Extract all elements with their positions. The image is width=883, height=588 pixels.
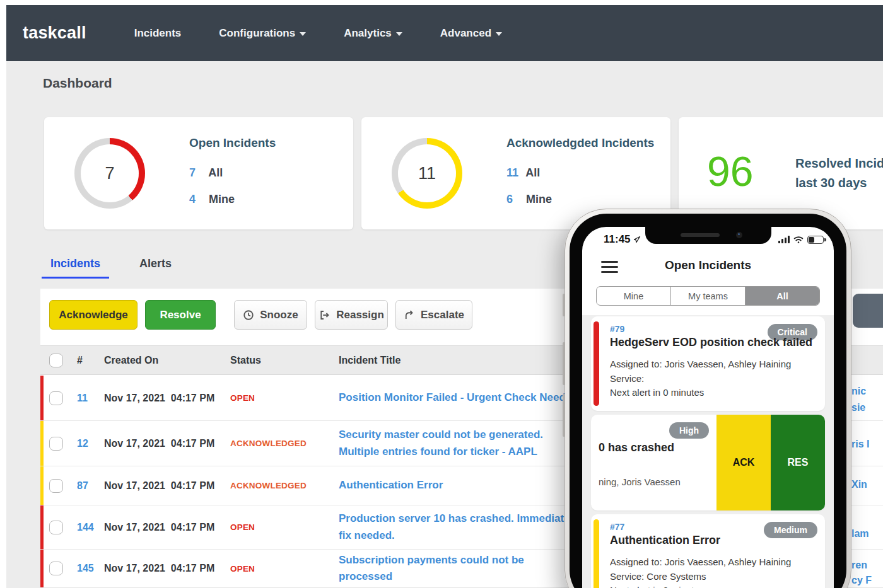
phone-app-header: Open Incidents [582, 258, 834, 277]
resolved-count: 96 [707, 147, 753, 195]
tab-alerts[interactable]: Alerts [131, 255, 180, 279]
column-header-incident-title[interactable]: Incident Title [339, 346, 401, 374]
acknowledge-swipe-button[interactable]: ACK [716, 415, 771, 510]
resolve-button[interactable]: Resolve [145, 300, 216, 330]
incident-title-link[interactable]: Authentication Error [339, 477, 443, 493]
assignee-link-fragment[interactable]: nic [851, 386, 866, 397]
phone-incident-list: Critical #79 HedgeServ EOD position chec… [582, 315, 834, 588]
status-badge: OPEN [230, 522, 255, 532]
phone-screen: 11:45 [582, 227, 834, 588]
page-title: Dashboard [43, 76, 112, 91]
wifi-icon [793, 235, 804, 244]
phone-incident-card[interactable]: Critical #79 HedgeServ EOD position chec… [591, 316, 825, 411]
snooze-button[interactable]: Snooze [234, 300, 307, 330]
card-title: Open Incidents [189, 136, 276, 150]
incident-meta-fragment: ning, Joris Vaessen [599, 476, 681, 487]
stat-mine[interactable]: 4 Mine [189, 193, 235, 206]
clock-icon [243, 309, 254, 321]
hamburger-menu-icon[interactable] [601, 261, 618, 273]
status-time: 11:45 [604, 233, 641, 246]
segment-my-teams[interactable]: My teams [670, 287, 745, 305]
incident-id-link[interactable]: 12 [77, 438, 88, 449]
incident-title: HedgeServ EOD position check failed [610, 336, 816, 349]
segment-all[interactable]: All [745, 287, 819, 305]
phone-page-title: Open Incidents [582, 258, 834, 272]
app-window: taskcall Incidents Configurations Analyt… [0, 0, 883, 588]
escalate-button[interactable]: Escalate [395, 300, 472, 330]
segment-mine[interactable]: Mine [597, 287, 670, 305]
status-badge: ACKNOWLEDGED [230, 439, 307, 448]
donut-center-value: 11 [392, 138, 462, 209]
incident-id-link[interactable]: 11 [77, 393, 88, 404]
created-on: Nov 17, 2021 04:17 PM [104, 393, 214, 404]
incident-title-link[interactable]: Security master could not be generated. … [339, 427, 578, 460]
phone-bezel: 11:45 [570, 214, 846, 588]
assignee-link-fragment[interactable]: ren [851, 560, 867, 571]
assignee-link-fragment[interactable]: sie [851, 402, 865, 413]
incident-id-link[interactable]: 145 [77, 563, 94, 574]
assignee-link-fragment[interactable]: cy F [851, 575, 872, 586]
row-checkbox[interactable] [49, 562, 63, 575]
phone-incident-card[interactable]: Medium #77 Authentication Error Assigned… [591, 514, 825, 588]
select-all-checkbox[interactable] [49, 354, 63, 367]
incident-id-link[interactable]: #79 [610, 324, 816, 334]
column-header-created-on[interactable]: Created On [104, 346, 158, 374]
donut-center-value: 7 [74, 138, 145, 209]
created-on: Nov 17, 2021 04:17 PM [104, 480, 214, 492]
severity-strip [40, 421, 44, 466]
acknowledged-incidents-donut-chart: 11 [392, 138, 462, 209]
row-checkbox[interactable] [49, 479, 63, 493]
phone-mockup: 11:45 [564, 209, 851, 588]
nav-item-analytics[interactable]: Analytics [344, 27, 402, 40]
scope-segmented-control: Mine My teams All [596, 286, 820, 306]
phone-speaker [681, 233, 720, 237]
battery-icon [807, 236, 824, 244]
row-checkbox[interactable] [49, 391, 63, 405]
card-title: Acknowledgded Incidents [506, 136, 654, 150]
chevron-down-icon [496, 32, 502, 36]
nav-item-incidents[interactable]: Incidents [134, 27, 182, 40]
phone-camera [736, 232, 742, 238]
escalate-arrow-icon [404, 309, 415, 321]
row-checkbox[interactable] [49, 521, 63, 534]
incident-meta: Assigned to: Joris Vaessen, Ashley Haini… [610, 555, 816, 588]
severity-strip [40, 466, 44, 505]
phone-incident-card-swiped[interactable]: High 0 has crashed ning, Joris Vaessen A… [591, 415, 825, 510]
toolbar-overflow-button[interactable] [853, 294, 883, 328]
stat-all[interactable]: 11 All [506, 166, 540, 180]
top-navbar: taskcall Incidents Configurations Analyt… [6, 5, 883, 61]
incident-id-link[interactable]: 144 [77, 522, 94, 533]
card-title: Resolved Incidents last 30 days [795, 154, 883, 193]
severity-strip [594, 519, 599, 588]
assignee-link-fragment[interactable]: ris I [851, 439, 869, 450]
incident-title-fragment: 0 has crashed [599, 441, 674, 454]
incident-id-link[interactable]: 87 [77, 480, 88, 492]
resolve-swipe-button[interactable]: RES [771, 415, 825, 510]
severity-strip [40, 505, 44, 549]
assignee-link-fragment[interactable]: Xin [851, 479, 867, 490]
location-arrow-icon [633, 236, 641, 243]
tab-incidents[interactable]: Incidents [42, 255, 109, 279]
nav-item-configurations[interactable]: Configurations [219, 27, 306, 40]
assignee-link-fragment[interactable]: lam [851, 528, 869, 539]
acknowledge-button[interactable]: Acknowledge [49, 300, 137, 330]
column-header-status[interactable]: Status [230, 346, 261, 374]
brand-logo[interactable]: taskcall [23, 23, 86, 43]
column-header-number[interactable]: # [77, 346, 83, 374]
stat-all[interactable]: 7 All [189, 166, 223, 180]
chevron-down-icon [396, 32, 402, 36]
nav-item-advanced[interactable]: Advanced [440, 27, 502, 40]
incident-title-link[interactable]: Production server 10 has crashed. Immedi… [339, 510, 578, 544]
incident-title: Authentication Error [610, 534, 816, 547]
incident-title-link[interactable]: Subscription payments could not be proce… [339, 552, 578, 585]
status-badge: OPEN [230, 393, 255, 403]
incident-title-link[interactable]: Position Monitor Failed - Urgent Check N… [339, 389, 578, 406]
stat-mine[interactable]: 6 Mine [506, 193, 552, 206]
status-badge: ACKNOWLEDGED [230, 481, 307, 490]
created-on: Nov 17, 2021 04:17 PM [104, 563, 214, 574]
phone-notch [645, 227, 771, 244]
reassign-button[interactable]: Reassign [315, 300, 388, 330]
row-checkbox[interactable] [49, 437, 63, 451]
incident-id-link[interactable]: #77 [610, 522, 816, 532]
open-incidents-card: 7 Open Incidents 7 All 4 Mine [44, 117, 353, 229]
